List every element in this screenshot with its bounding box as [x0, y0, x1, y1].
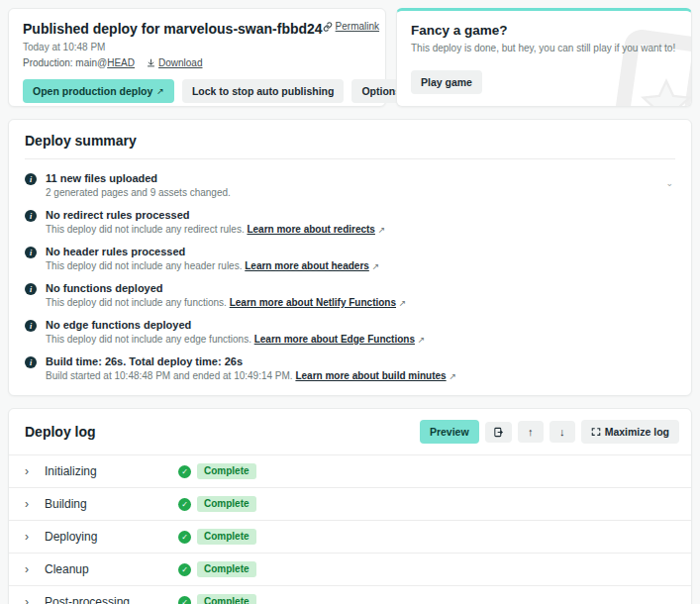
status-badge: Complete	[197, 496, 256, 512]
info-icon: i	[25, 173, 37, 185]
external-link-icon: ↗	[156, 86, 164, 96]
star-icon	[638, 76, 692, 107]
deploy-title: Published deploy for marvelous-swan-fbbd…	[23, 21, 323, 37]
external-link-icon: ↗	[449, 371, 456, 381]
check-icon: ✓	[178, 498, 191, 511]
preview-button[interactable]: Preview	[420, 420, 479, 444]
external-link-icon: ↗	[399, 298, 407, 308]
learn-more-edge-functions-link[interactable]: Learn more about Edge Functions	[254, 334, 415, 345]
chevron-right-icon: ›	[25, 562, 45, 576]
open-production-deploy-button[interactable]: Open production deploy ↗	[23, 79, 174, 103]
summary-item-headers: i No header rules processed This deploy …	[25, 246, 675, 271]
arrow-down-icon: ↓	[559, 426, 565, 438]
log-stage-post-processing[interactable]: › Post-processing ✓ Complete	[9, 586, 691, 604]
info-icon: i	[25, 247, 37, 258]
link-icon	[323, 22, 333, 32]
chevron-right-icon: ›	[25, 530, 45, 544]
deploy-log-header: Deploy log Preview ↑ ↓ Maximize log	[9, 409, 691, 455]
check-icon: ✓	[178, 465, 191, 478]
copy-log-icon	[493, 427, 504, 438]
top-row: Published deploy for marvelous-swan-fbbd…	[8, 8, 692, 107]
info-icon: i	[25, 283, 37, 295]
log-stage-deploying[interactable]: › Deploying ✓ Complete	[9, 521, 691, 554]
log-stage-building[interactable]: › Building ✓ Complete	[9, 488, 691, 521]
external-link-icon: ↗	[378, 225, 386, 235]
check-icon: ✓	[178, 531, 191, 544]
permalink-link[interactable]: Permalink	[323, 21, 379, 32]
log-stage-initializing[interactable]: › Initializing ✓ Complete	[9, 455, 691, 488]
production-branch: Production: main@HEAD	[23, 57, 135, 68]
play-game-button[interactable]: Play game	[411, 70, 482, 94]
permalink-label[interactable]: Permalink	[336, 21, 379, 32]
game-card: Fancy a game? This deploy is done, but h…	[396, 8, 692, 107]
chevron-right-icon: ›	[25, 497, 45, 511]
production-row: Production: main@HEAD Download	[23, 57, 371, 68]
deploy-log-heading: Deploy log	[25, 424, 96, 440]
game-card-body: This deploy is done, but hey, you can st…	[411, 43, 677, 53]
head-link[interactable]: HEAD	[107, 57, 135, 68]
deploy-log-card: Deploy log Preview ↑ ↓ Maximize log › In…	[8, 408, 692, 604]
info-icon: i	[25, 210, 37, 222]
external-link-icon: ↗	[418, 335, 426, 345]
external-link-icon: ↗	[372, 261, 380, 271]
lock-auto-publishing-button[interactable]: Lock to stop auto publishing	[182, 79, 345, 103]
summary-item-build-time: i Build time: 26s. Total deploy time: 26…	[25, 355, 675, 381]
chevron-right-icon: ›	[25, 464, 45, 478]
status-badge: Complete	[197, 561, 256, 577]
learn-more-redirects-link[interactable]: Learn more about redirects	[247, 224, 374, 235]
check-icon: ✓	[178, 563, 191, 576]
chevron-right-icon: ›	[25, 595, 45, 604]
status-badge: Complete	[197, 463, 256, 479]
expand-chevron-icon[interactable]: ⌄	[665, 178, 673, 188]
learn-more-functions-link[interactable]: Learn more about Netlify Functions	[230, 297, 396, 308]
deploy-summary-heading: Deploy summary	[25, 133, 675, 149]
check-icon: ✓	[178, 596, 191, 604]
status-badge: Complete	[197, 529, 256, 545]
summary-item-functions: i No functions deployed This deploy did …	[25, 282, 675, 308]
status-badge: Complete	[197, 594, 256, 604]
maximize-icon	[591, 427, 601, 437]
published-deploy-card: Published deploy for marvelous-swan-fbbd…	[8, 8, 386, 107]
arrow-up-icon: ↑	[528, 426, 534, 438]
learn-more-headers-link[interactable]: Learn more about headers	[245, 260, 369, 271]
info-icon: i	[25, 356, 37, 368]
summary-item-redirects: i No redirect rules processed This deplo…	[25, 209, 675, 235]
summary-item-files[interactable]: i 11 new files uploaded 2 generated page…	[25, 172, 675, 198]
scroll-up-button[interactable]: ↑	[518, 421, 544, 443]
maximize-log-button[interactable]: Maximize log	[581, 420, 679, 444]
deploy-summary-card: Deploy summary i 11 new files uploaded 2…	[8, 119, 692, 396]
download-icon	[147, 58, 155, 67]
scroll-down-button[interactable]: ↓	[550, 421, 575, 443]
summary-item-edge-functions: i No edge functions deployed This deploy…	[25, 319, 675, 345]
learn-more-build-minutes-link[interactable]: Learn more about build minutes	[295, 370, 446, 381]
log-stage-cleanup[interactable]: › Cleanup ✓ Complete	[9, 554, 691, 586]
download-link[interactable]: Download	[147, 57, 202, 68]
copy-log-button[interactable]	[485, 422, 512, 443]
info-icon: i	[25, 320, 37, 332]
deploy-timestamp: Today at 10:48 PM	[23, 42, 371, 52]
divider	[25, 158, 675, 159]
